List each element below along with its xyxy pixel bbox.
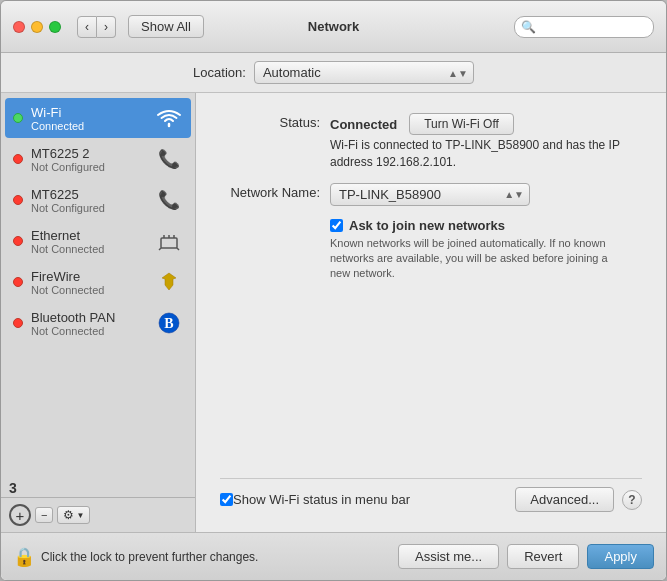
network-name-label: Network Name: (220, 183, 330, 200)
nav-buttons: ‹ › (77, 16, 116, 38)
mt6225-2-item-status: Not Configured (31, 161, 147, 173)
maximize-button[interactable] (49, 21, 61, 33)
ethernet-icon (155, 227, 183, 255)
bottom-bar: 🔒 Click the lock to prevent further chan… (1, 532, 666, 580)
lock-icon: 🔒 (13, 546, 35, 568)
location-bar: Location: Automatic Edit Locations... ▲▼ (1, 53, 666, 93)
lock-text: Click the lock to prevent further change… (41, 550, 258, 564)
sidebar-item-mt6225-2[interactable]: MT6225 2 Not Configured 📞 (5, 139, 191, 179)
bluetooth-item-status: Not Connected (31, 325, 147, 337)
mt6225-item-text: MT6225 Not Configured (31, 187, 147, 214)
network-window: ‹ › Show All Network 🔍 Location: Automat… (0, 0, 667, 581)
location-select-wrapper: Automatic Edit Locations... ▲▼ (254, 61, 474, 84)
status-row: Status: Connected Turn Wi-Fi Off Wi-Fi i… (220, 113, 642, 171)
sidebar-list: Wi-Fi Connected (1, 93, 195, 497)
mt6225-2-item-text: MT6225 2 Not Configured (31, 146, 147, 173)
ask-join-checkbox-row: Ask to join new networks (330, 218, 642, 233)
ask-join-checkbox[interactable] (330, 219, 343, 232)
wifi-status-dot (13, 113, 23, 123)
ethernet-item-name: Ethernet (31, 228, 147, 243)
back-button[interactable]: ‹ (77, 16, 97, 38)
svg-text:B: B (164, 316, 173, 331)
svg-line-5 (177, 248, 179, 250)
location-label: Location: (193, 65, 246, 80)
bluetooth-icon: B (155, 309, 183, 337)
ask-join-desc: Known networks will be joined automatica… (330, 236, 610, 282)
show-wifi-status-checkbox[interactable] (220, 493, 233, 506)
svg-line-4 (159, 248, 161, 250)
mt6225-status-dot (13, 195, 23, 205)
sidebar: Wi-Fi Connected (1, 93, 196, 532)
status-value-area: Connected Turn Wi-Fi Off Wi-Fi is connec… (330, 113, 642, 171)
sidebar-item-wifi[interactable]: Wi-Fi Connected (5, 98, 191, 138)
sidebar-item-ethernet[interactable]: Ethernet Not Connected (5, 221, 191, 261)
status-connected-text: Connected (330, 117, 397, 132)
network-select-wrapper: TP-LINK_B58900 ▲▼ (330, 183, 530, 206)
sidebar-number: 3 (9, 480, 17, 496)
main-content: Wi-Fi Connected (1, 93, 666, 532)
wifi-item-text: Wi-Fi Connected (31, 105, 147, 132)
search-wrapper: 🔍 (514, 16, 654, 38)
sidebar-item-mt6225[interactable]: MT6225 Not Configured 📞 (5, 180, 191, 220)
gear-icon: ⚙ (63, 508, 74, 522)
detail-footer: Show Wi-Fi status in menu bar Advanced..… (220, 478, 642, 512)
ask-join-value: Ask to join new networks Known networks … (330, 218, 642, 282)
advanced-button[interactable]: Advanced... (515, 487, 614, 512)
network-name-value: TP-LINK_B58900 ▲▼ (330, 183, 642, 206)
titlebar: ‹ › Show All Network 🔍 (1, 1, 666, 53)
firewire-status-dot (13, 277, 23, 287)
sidebar-item-bluetooth[interactable]: Bluetooth PAN Not Connected B (5, 303, 191, 343)
gear-menu-button[interactable]: ⚙ ▼ (57, 506, 90, 524)
bluetooth-item-name: Bluetooth PAN (31, 310, 147, 325)
turn-wifi-button[interactable]: Turn Wi-Fi Off (409, 113, 514, 135)
wifi-icon (155, 104, 183, 132)
window-title: Network (308, 19, 359, 34)
close-button[interactable] (13, 21, 25, 33)
firewire-item-text: FireWire Not Connected (31, 269, 147, 296)
firewire-icon (155, 268, 183, 296)
bluetooth-item-text: Bluetooth PAN Not Connected (31, 310, 147, 337)
remove-network-button[interactable]: − (35, 507, 53, 523)
help-button[interactable]: ? (622, 490, 642, 510)
detail-pane: Status: Connected Turn Wi-Fi Off Wi-Fi i… (196, 93, 666, 532)
forward-button[interactable]: › (97, 16, 116, 38)
assist-me-button[interactable]: Assist me... (398, 544, 499, 569)
revert-button[interactable]: Revert (507, 544, 579, 569)
wifi-item-status: Connected (31, 120, 147, 132)
bottom-buttons: Assist me... Revert Apply (398, 544, 654, 569)
mt6225-2-status-dot (13, 154, 23, 164)
add-network-button[interactable]: + (9, 504, 31, 526)
show-all-button[interactable]: Show All (128, 15, 204, 38)
svg-rect-0 (161, 238, 177, 248)
firewire-item-status: Not Connected (31, 284, 147, 296)
network-name-row: Network Name: TP-LINK_B58900 ▲▼ (220, 183, 642, 206)
show-wifi-status-label: Show Wi-Fi status in menu bar (233, 492, 410, 507)
wifi-info-text: Wi-Fi is connected to TP-LINK_B58900 and… (330, 137, 642, 171)
wifi-item-name: Wi-Fi (31, 105, 147, 120)
minimize-button[interactable] (31, 21, 43, 33)
spacer (220, 294, 642, 470)
location-select[interactable]: Automatic Edit Locations... (254, 61, 474, 84)
status-label: Status: (220, 113, 330, 130)
ask-join-placeholder (220, 218, 330, 220)
mt6225-item-status: Not Configured (31, 202, 147, 214)
status-row-inner: Connected Turn Wi-Fi Off (330, 113, 642, 135)
sidebar-footer: 3 + − ⚙ ▼ (1, 497, 195, 532)
phone-icon: 📞 (155, 186, 183, 214)
mt6225-2-item-name: MT6225 2 (31, 146, 147, 161)
lock-area[interactable]: 🔒 Click the lock to prevent further chan… (13, 546, 258, 568)
mt6225-item-name: MT6225 (31, 187, 147, 202)
ethernet-item-status: Not Connected (31, 243, 147, 255)
ethernet-item-text: Ethernet Not Connected (31, 228, 147, 255)
bluetooth-status-dot (13, 318, 23, 328)
firewire-item-name: FireWire (31, 269, 147, 284)
gear-arrow: ▼ (76, 511, 84, 520)
ask-join-row: Ask to join new networks Known networks … (220, 218, 642, 282)
traffic-lights (13, 21, 61, 33)
search-input[interactable] (514, 16, 654, 38)
ethernet-status-dot (13, 236, 23, 246)
ask-join-label: Ask to join new networks (349, 218, 505, 233)
network-name-select[interactable]: TP-LINK_B58900 (330, 183, 530, 206)
apply-button[interactable]: Apply (587, 544, 654, 569)
sidebar-item-firewire[interactable]: FireWire Not Connected (5, 262, 191, 302)
